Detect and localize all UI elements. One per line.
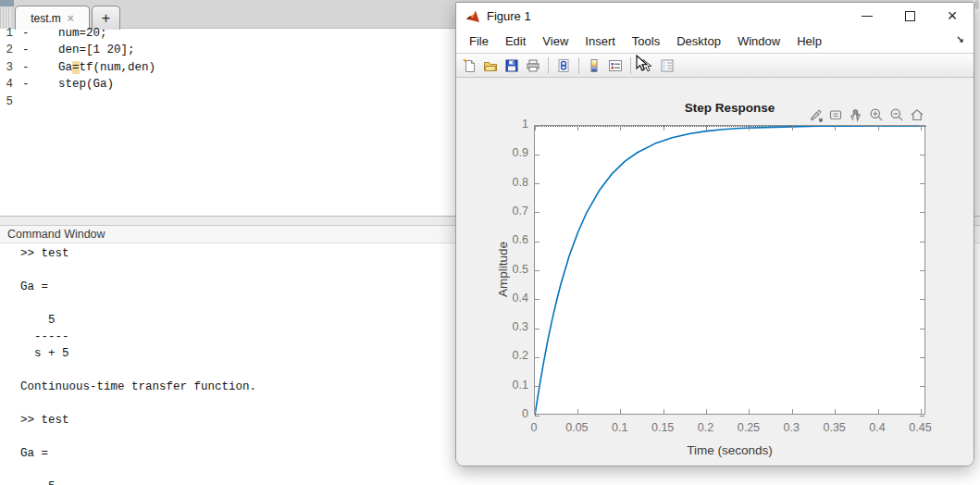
axis-tick [620, 126, 621, 131]
home-icon[interactable] [909, 106, 925, 122]
axis-tick [535, 126, 540, 127]
axis-tick [920, 126, 924, 127]
axis-tick [535, 155, 540, 155]
menu-file[interactable]: File [466, 32, 491, 50]
y-axis-label: Amplitude [496, 242, 510, 297]
axis-tick [664, 126, 664, 131]
line-exec-marks: - - - - [22, 25, 30, 93]
zoom-out-icon[interactable] [888, 106, 905, 122]
axis-tick [920, 183, 924, 184]
axis-tick [878, 126, 879, 131]
menu-tools[interactable]: Tools [629, 32, 663, 50]
line-numbers: 1 2 3 4 5 [0, 25, 13, 110]
step-response-curve [535, 126, 926, 416]
print-figure-icon[interactable] [524, 56, 542, 75]
axis-tick [620, 409, 621, 414]
y-tick-label: 0.1 [490, 379, 528, 392]
menu-insert[interactable]: Insert [582, 32, 618, 50]
axis-tick [920, 155, 924, 155]
axis-tick [535, 357, 540, 358]
axis-tick [920, 329, 924, 330]
x-axis-label: Time (seconds) [534, 443, 925, 457]
insert-colorbar-icon[interactable] [585, 56, 603, 75]
insert-legend-icon[interactable] [606, 56, 625, 75]
datatip-icon[interactable] [827, 106, 844, 122]
axis-tick [535, 242, 540, 242]
axis-tick [920, 270, 924, 271]
figure-canvas: Step Response [456, 78, 974, 466]
code-editor[interactable]: num=20; den=[1 20]; Ga=tf(num,den) step(… [58, 25, 155, 93]
axis-tick [535, 299, 540, 300]
axis-tick [920, 386, 924, 387]
x-tick-label: 0.05 [556, 421, 597, 434]
maximize-icon [905, 11, 915, 21]
new-figure-icon[interactable] [460, 56, 478, 75]
y-tick-label: 0.2 [490, 349, 528, 362]
y-tick-label: 0.3 [490, 320, 528, 333]
brush-icon[interactable] [807, 106, 824, 122]
menu-help[interactable]: Help [794, 32, 825, 50]
minimize-icon [862, 16, 873, 17]
axis-tick [577, 126, 578, 131]
editor-scrollbar[interactable] [974, 0, 980, 216]
plot-area[interactable] [534, 125, 925, 415]
x-tick-label: 0 [514, 421, 554, 434]
figure-toolbar [456, 54, 974, 78]
x-tick-label: 0.15 [642, 421, 683, 434]
x-tick-label: 0.3 [771, 421, 812, 434]
editor-scrollbar-thumb[interactable] [974, 0, 979, 9]
axis-tick [835, 126, 836, 131]
save-figure-icon[interactable] [502, 56, 521, 75]
figure-titlebar[interactable]: Figure 1 × [456, 3, 974, 29]
close-button[interactable]: × [931, 3, 974, 29]
open-file-icon[interactable] [481, 56, 500, 75]
axis-tick [535, 212, 540, 213]
minimize-button[interactable] [846, 3, 888, 29]
axis-tick [749, 409, 750, 414]
screen: test.m × + 1 2 3 4 5 - - - - num=20; den… [0, 0, 980, 485]
maximize-button[interactable] [888, 3, 931, 29]
property-inspector-icon[interactable] [658, 56, 676, 75]
x-tick-label: 0.35 [814, 421, 855, 434]
axis-tick [535, 386, 540, 387]
x-tick-label: 0.2 [686, 421, 726, 434]
axis-tick [920, 212, 924, 213]
axis-tick [535, 270, 540, 271]
toolbar-separator [548, 57, 549, 74]
link-plot-icon[interactable] [554, 56, 573, 75]
zoom-in-icon[interactable] [868, 106, 885, 122]
menu-view[interactable]: View [540, 32, 571, 50]
axis-tick [792, 126, 793, 131]
tab-close-icon[interactable]: × [68, 12, 74, 25]
axis-tick [920, 416, 924, 417]
axis-tick [921, 126, 922, 131]
y-tick-label: 1 [490, 118, 528, 131]
window-corner-fragment [0, 0, 14, 6]
close-icon: × [948, 7, 958, 24]
pan-icon[interactable] [848, 106, 864, 122]
toolbar-separator [578, 57, 579, 74]
menu-desktop[interactable]: Desktop [674, 32, 724, 50]
figure-window-title: Figure 1 [487, 9, 531, 23]
y-tick-label: 0.8 [490, 176, 528, 189]
axis-tick [535, 183, 540, 184]
figure-menubar: FileEditViewInsertToolsDesktopWindowHelp [456, 29, 974, 54]
axis-tick [535, 126, 536, 131]
tab-label: test.m [31, 12, 61, 25]
command-window-title: Command Window [7, 228, 105, 241]
toolbar-separator [630, 57, 631, 74]
x-tick-label: 0.1 [600, 421, 640, 434]
figure-window: Figure 1 × FileEditViewInsertToolsDeskto… [455, 2, 974, 466]
y-tick-label: 0.7 [490, 205, 528, 218]
axis-tick [535, 416, 540, 417]
axis-tick [835, 409, 836, 414]
x-tick-label: 0.4 [857, 421, 898, 434]
command-window-output: >> test Ga = 5 ----- s + 5 Continuous-ti… [20, 245, 256, 485]
menu-window[interactable]: Window [735, 32, 783, 50]
menu-edit[interactable]: Edit [502, 32, 528, 50]
axis-tick [920, 299, 924, 300]
axis-tick [920, 242, 924, 242]
y-tick-label: 0 [490, 407, 528, 420]
dock-arrow-icon[interactable] [956, 35, 966, 45]
axes-toolbar [807, 106, 925, 122]
